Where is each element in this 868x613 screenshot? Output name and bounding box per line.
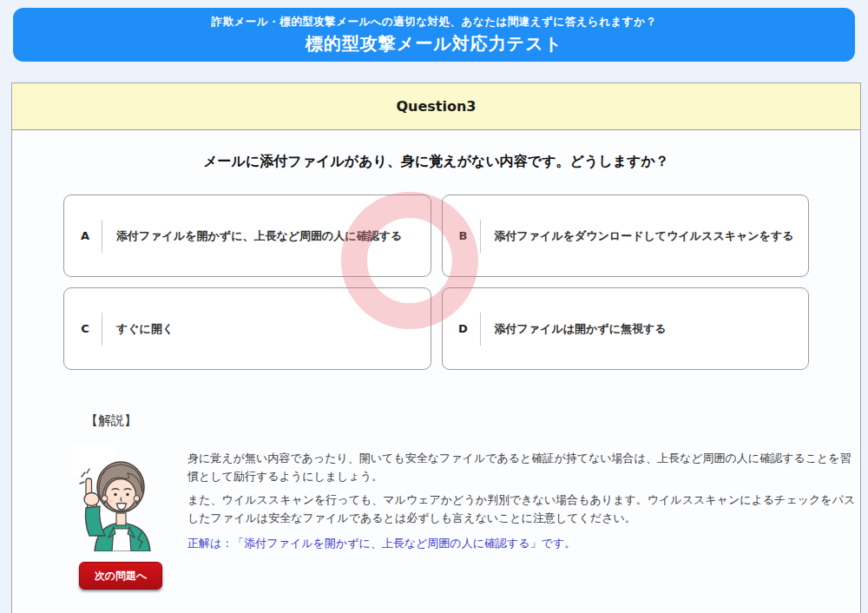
option-c-text: すぐに開く	[116, 321, 174, 337]
option-b-text: 添付ファイルをダウンロードしてウイルススキャンをする	[495, 228, 794, 244]
banner-title: 標的型攻撃メール対応力テスト	[306, 32, 562, 56]
option-divider	[102, 220, 102, 253]
banner-subtitle: 詐欺メール・標的型攻撃メールへの適切な対処、あなたは間違えずに答えられますか？	[212, 15, 657, 30]
option-a-letter: A	[79, 229, 91, 242]
option-divider	[102, 313, 102, 346]
option-divider	[480, 220, 481, 253]
option-divider	[480, 313, 481, 346]
option-c[interactable]: C すぐに開く	[63, 287, 431, 370]
question-text: メールに添付ファイルがあり、身に覚えがない内容です。どうしますか？	[12, 153, 860, 171]
woman-pointing-illustration	[79, 451, 163, 551]
option-c-letter: C	[79, 322, 91, 335]
option-b[interactable]: B 添付ファイルをダウンロードしてウイルススキャンをする	[442, 194, 810, 277]
explanation-paragraph-2: また、ウイルススキャンを行っても、マルウェアかどうか判別できない場合もあります。…	[187, 491, 858, 527]
option-b-letter: B	[457, 229, 470, 242]
option-d[interactable]: D 添付ファイルは開かずに無視する	[442, 287, 810, 370]
option-d-text: 添付ファイルは開かずに無視する	[495, 321, 667, 337]
options-grid: A 添付ファイルを開かずに、上長など周囲の人に確認する B 添付ファイルをダウン…	[63, 194, 809, 370]
next-question-button[interactable]: 次の問題へ	[79, 562, 162, 590]
quiz-card: Question3 メールに添付ファイルがあり、身に覚えがない内容です。どうしま…	[11, 82, 861, 613]
correct-answer-line: 正解は：「添付ファイルを開かずに、上長など周囲の人に確認する」です。	[187, 534, 858, 552]
option-a[interactable]: A 添付ファイルを開かずに、上長など周囲の人に確認する	[63, 194, 431, 277]
quiz-banner: 詐欺メール・標的型攻撃メールへの適切な対処、あなたは間違えずに答えられますか？ …	[13, 8, 855, 62]
question-header: Question3	[12, 83, 860, 130]
explanation-paragraph-1: 身に覚えが無い内容であったり、開いても安全なファイルであると確証が持てない場合は…	[187, 449, 858, 485]
explanation-heading: 【解説】	[85, 412, 137, 429]
explanation-body: 身に覚えが無い内容であったり、開いても安全なファイルであると確証が持てない場合は…	[187, 449, 858, 557]
option-a-text: 添付ファイルを開かずに、上長など周囲の人に確認する	[116, 228, 402, 244]
option-d-letter: D	[457, 322, 470, 335]
